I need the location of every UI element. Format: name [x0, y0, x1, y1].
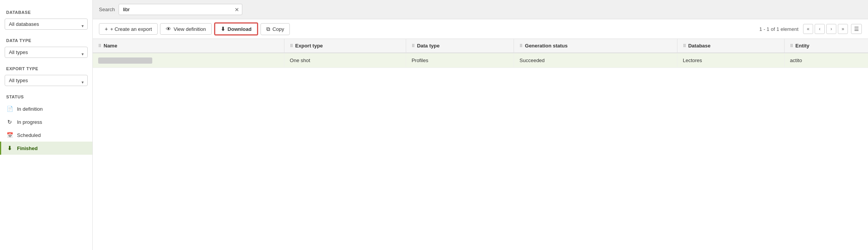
cell-database: Lectores: [677, 53, 784, 68]
col-data-type: ⠿Data type: [406, 39, 514, 53]
sidebar-item-label: Finished: [17, 145, 37, 151]
datatype-select[interactable]: All types: [5, 47, 88, 58]
download-button[interactable]: ⬇ Download: [214, 22, 258, 35]
cell-name: [93, 53, 284, 68]
database-select-wrapper: All databases ▾: [0, 17, 92, 34]
cell-export-type: One shot: [284, 53, 406, 68]
sidebar: DATABASE All databases ▾ DATA TYPE All t…: [0, 0, 93, 250]
create-export-label: + Create an export: [110, 26, 152, 32]
sidebar-item-in-progress[interactable]: ↻In progress: [0, 115, 92, 128]
sidebar-item-finished[interactable]: ⬇Finished: [0, 142, 92, 155]
name-placeholder: [98, 57, 152, 64]
status-section-title: STATUS: [0, 91, 92, 102]
in-definition-icon: 📄: [6, 106, 13, 112]
scheduled-icon: 📅: [6, 132, 13, 138]
download-label: Download: [228, 26, 252, 32]
search-input[interactable]: [119, 4, 242, 15]
create-export-button[interactable]: + + Create an export: [99, 23, 158, 35]
in-progress-icon: ↻: [6, 119, 13, 125]
pagination: 1 - 1 of 1 element « ‹ › » ☰: [759, 24, 862, 34]
table-body: One shotProfilesSucceededLectoresactito: [93, 53, 868, 68]
col-entity: ⠿Entity: [785, 39, 868, 53]
main-content: Search ✕ + + Create an export 👁 View def…: [93, 0, 868, 250]
cell-data-type: Profiles: [406, 53, 514, 68]
database-section: DATABASE All databases ▾: [0, 6, 92, 34]
columns-button[interactable]: ☰: [851, 24, 862, 34]
sidebar-item-label: Scheduled: [17, 132, 41, 138]
col-generation-status: ⠿Generation status: [514, 39, 677, 53]
copy-label: Copy: [272, 26, 284, 32]
table-header-row: ⠿Name ⠿Export type ⠿Data type ⠿Generatio…: [93, 39, 868, 53]
first-page-button[interactable]: «: [803, 24, 813, 34]
col-database: ⠿Database: [677, 39, 784, 53]
next-page-button[interactable]: ›: [826, 24, 836, 34]
exporttype-section-title: EXPORT TYPE: [0, 62, 92, 73]
database-select[interactable]: All databases: [5, 19, 88, 30]
copy-icon: ⧉: [266, 26, 270, 32]
toolbar: + + Create an export 👁 View definition ⬇…: [93, 19, 868, 39]
search-label: Search: [99, 7, 115, 12]
search-input-wrapper: ✕: [119, 4, 242, 15]
sidebar-item-in-definition[interactable]: 📄In definition: [0, 102, 92, 115]
pagination-info: 1 - 1 of 1 element: [759, 26, 798, 32]
status-section: STATUS 📄In definition↻In progress📅Schedu…: [0, 91, 92, 155]
datatype-section: DATA TYPE All types ▾: [0, 34, 92, 62]
cell-generation-status: Succeeded: [514, 53, 677, 68]
plus-icon: +: [105, 26, 108, 32]
eye-icon: 👁: [166, 26, 171, 32]
col-export-type: ⠿Export type: [284, 39, 406, 53]
prev-page-button[interactable]: ‹: [815, 24, 825, 34]
close-icon[interactable]: ✕: [235, 7, 239, 12]
search-bar: Search ✕: [93, 0, 868, 19]
last-page-button[interactable]: »: [838, 24, 848, 34]
col-name: ⠿Name: [93, 39, 284, 53]
exporttype-section: EXPORT TYPE All types ▾: [0, 62, 92, 91]
sidebar-item-scheduled[interactable]: 📅Scheduled: [0, 128, 92, 142]
view-definition-button[interactable]: 👁 View definition: [160, 23, 212, 35]
view-definition-label: View definition: [174, 26, 206, 32]
database-section-title: DATABASE: [0, 6, 92, 17]
exporttype-select[interactable]: All types: [5, 75, 88, 86]
sidebar-item-label: In progress: [17, 119, 42, 125]
table-row[interactable]: One shotProfilesSucceededLectoresactito: [93, 53, 868, 68]
table-container: ⠿Name ⠿Export type ⠿Data type ⠿Generatio…: [93, 39, 868, 250]
exporttype-select-wrapper: All types ▾: [0, 73, 92, 91]
cell-entity: actito: [785, 53, 868, 68]
copy-button[interactable]: ⧉ Copy: [260, 23, 290, 35]
status-items-list: 📄In definition↻In progress📅Scheduled⬇Fin…: [0, 102, 92, 155]
download-icon: ⬇: [221, 26, 225, 32]
exports-table: ⠿Name ⠿Export type ⠿Data type ⠿Generatio…: [93, 39, 868, 68]
datatype-select-wrapper: All types ▾: [0, 45, 92, 62]
sidebar-item-label: In definition: [17, 106, 43, 112]
datatype-section-title: DATA TYPE: [0, 34, 92, 45]
finished-icon: ⬇: [6, 145, 13, 151]
